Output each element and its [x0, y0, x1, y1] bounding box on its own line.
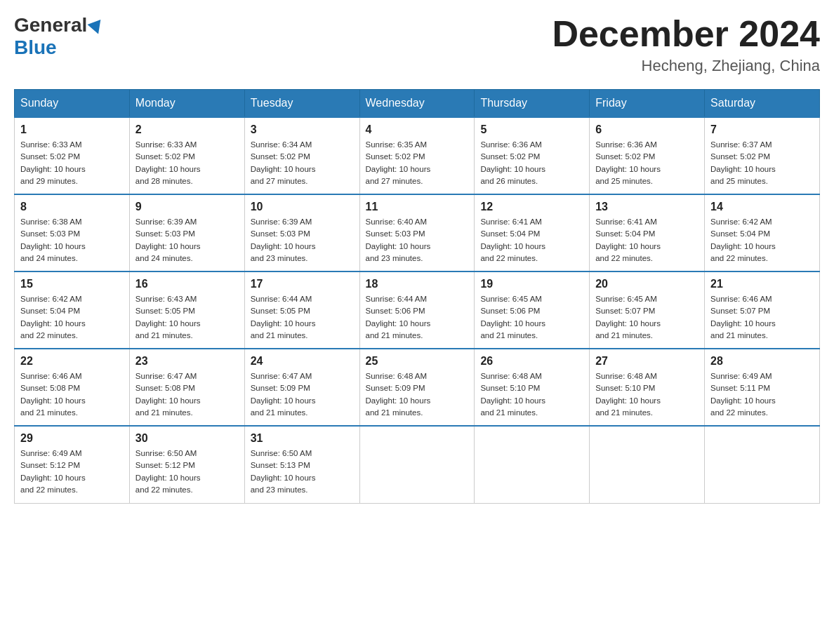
day-info: Sunrise: 6:37 AM Sunset: 5:02 PM Dayligh… — [710, 139, 814, 187]
day-info: Sunrise: 6:34 AM Sunset: 5:02 PM Dayligh… — [251, 139, 354, 187]
day-number: 4 — [366, 123, 469, 136]
day-number: 2 — [135, 123, 239, 136]
day-cell — [475, 426, 590, 503]
title-section: December 2024 Hecheng, Zhejiang, China — [552, 14, 820, 75]
day-number: 12 — [480, 201, 583, 213]
day-info: Sunrise: 6:42 AM Sunset: 5:04 PM Dayligh… — [710, 216, 814, 264]
day-number: 21 — [710, 278, 814, 290]
day-info: Sunrise: 6:35 AM Sunset: 5:02 PM Dayligh… — [366, 139, 469, 187]
week-row-1: 1 Sunrise: 6:33 AM Sunset: 5:02 PM Dayli… — [15, 117, 820, 194]
day-number: 31 — [251, 432, 354, 445]
day-info: Sunrise: 6:41 AM Sunset: 5:04 PM Dayligh… — [595, 216, 699, 264]
day-cell: 11 Sunrise: 6:40 AM Sunset: 5:03 PM Dayl… — [359, 194, 475, 271]
day-cell: 2 Sunrise: 6:33 AM Sunset: 5:02 PM Dayli… — [129, 117, 244, 194]
day-number: 11 — [366, 201, 469, 213]
month-year-title: December 2024 — [552, 14, 820, 54]
day-number: 23 — [135, 355, 239, 368]
week-row-4: 22 Sunrise: 6:46 AM Sunset: 5:08 PM Dayl… — [15, 349, 820, 426]
day-info: Sunrise: 6:49 AM Sunset: 5:11 PM Dayligh… — [710, 370, 814, 419]
day-info: Sunrise: 6:38 AM Sunset: 5:03 PM Dayligh… — [20, 216, 124, 264]
day-cell: 21 Sunrise: 6:46 AM Sunset: 5:07 PM Dayl… — [705, 271, 820, 349]
day-info: Sunrise: 6:46 AM Sunset: 5:07 PM Dayligh… — [710, 293, 814, 342]
day-info: Sunrise: 6:49 AM Sunset: 5:12 PM Dayligh… — [20, 448, 124, 496]
day-info: Sunrise: 6:48 AM Sunset: 5:10 PM Dayligh… — [595, 370, 699, 419]
day-cell: 30 Sunrise: 6:50 AM Sunset: 5:12 PM Dayl… — [129, 426, 244, 503]
day-cell: 3 Sunrise: 6:34 AM Sunset: 5:02 PM Dayli… — [244, 117, 359, 194]
day-cell: 27 Sunrise: 6:48 AM Sunset: 5:10 PM Dayl… — [590, 349, 705, 426]
day-cell: 19 Sunrise: 6:45 AM Sunset: 5:06 PM Dayl… — [475, 271, 590, 349]
day-number: 9 — [135, 201, 239, 213]
day-number: 19 — [480, 278, 583, 290]
day-number: 29 — [20, 432, 124, 445]
header-friday: Friday — [590, 90, 705, 118]
day-info: Sunrise: 6:44 AM Sunset: 5:05 PM Dayligh… — [251, 293, 354, 342]
day-cell: 9 Sunrise: 6:39 AM Sunset: 5:03 PM Dayli… — [129, 194, 244, 271]
day-info: Sunrise: 6:42 AM Sunset: 5:04 PM Dayligh… — [20, 293, 124, 342]
header-saturday: Saturday — [705, 90, 820, 118]
week-row-3: 15 Sunrise: 6:42 AM Sunset: 5:04 PM Dayl… — [15, 271, 820, 349]
day-cell: 14 Sunrise: 6:42 AM Sunset: 5:04 PM Dayl… — [705, 194, 820, 271]
day-number: 28 — [710, 355, 814, 368]
day-cell: 12 Sunrise: 6:41 AM Sunset: 5:04 PM Dayl… — [475, 194, 590, 271]
day-info: Sunrise: 6:47 AM Sunset: 5:09 PM Dayligh… — [251, 370, 354, 419]
day-cell: 29 Sunrise: 6:49 AM Sunset: 5:12 PM Dayl… — [15, 426, 130, 503]
day-number: 16 — [135, 278, 239, 290]
day-info: Sunrise: 6:45 AM Sunset: 5:07 PM Dayligh… — [595, 293, 699, 342]
day-cell: 20 Sunrise: 6:45 AM Sunset: 5:07 PM Dayl… — [590, 271, 705, 349]
day-number: 22 — [20, 355, 124, 368]
day-cell — [359, 426, 475, 503]
day-info: Sunrise: 6:33 AM Sunset: 5:02 PM Dayligh… — [20, 139, 124, 187]
header-row: SundayMondayTuesdayWednesdayThursdayFrid… — [15, 90, 820, 118]
day-number: 26 — [480, 355, 583, 368]
logo-blue-text: Blue — [14, 36, 57, 59]
logo-blue-part — [87, 19, 105, 32]
day-number: 30 — [135, 432, 239, 445]
day-cell: 23 Sunrise: 6:47 AM Sunset: 5:08 PM Dayl… — [129, 349, 244, 426]
day-number: 24 — [251, 355, 354, 368]
day-number: 27 — [595, 355, 699, 368]
day-cell: 28 Sunrise: 6:49 AM Sunset: 5:11 PM Dayl… — [705, 349, 820, 426]
header-monday: Monday — [129, 90, 244, 118]
day-cell: 15 Sunrise: 6:42 AM Sunset: 5:04 PM Dayl… — [15, 271, 130, 349]
day-cell: 16 Sunrise: 6:43 AM Sunset: 5:05 PM Dayl… — [129, 271, 244, 349]
week-row-2: 8 Sunrise: 6:38 AM Sunset: 5:03 PM Dayli… — [15, 194, 820, 271]
header-wednesday: Wednesday — [359, 90, 475, 118]
location-subtitle: Hecheng, Zhejiang, China — [552, 57, 820, 75]
day-cell: 6 Sunrise: 6:36 AM Sunset: 5:02 PM Dayli… — [590, 117, 705, 194]
calendar-table: SundayMondayTuesdayWednesdayThursdayFrid… — [14, 89, 820, 504]
day-cell — [590, 426, 705, 503]
day-cell: 31 Sunrise: 6:50 AM Sunset: 5:13 PM Dayl… — [244, 426, 359, 503]
day-number: 17 — [251, 278, 354, 290]
page-header: General Blue December 2024 Hecheng, Zhej… — [14, 14, 820, 75]
day-number: 14 — [710, 201, 814, 213]
day-cell: 18 Sunrise: 6:44 AM Sunset: 5:06 PM Dayl… — [359, 271, 475, 349]
day-cell: 4 Sunrise: 6:35 AM Sunset: 5:02 PM Dayli… — [359, 117, 475, 194]
day-cell: 8 Sunrise: 6:38 AM Sunset: 5:03 PM Dayli… — [15, 194, 130, 271]
day-cell: 13 Sunrise: 6:41 AM Sunset: 5:04 PM Dayl… — [590, 194, 705, 271]
day-number: 6 — [595, 123, 699, 136]
day-number: 18 — [366, 278, 469, 290]
day-cell: 1 Sunrise: 6:33 AM Sunset: 5:02 PM Dayli… — [15, 117, 130, 194]
day-cell: 7 Sunrise: 6:37 AM Sunset: 5:02 PM Dayli… — [705, 117, 820, 194]
day-info: Sunrise: 6:44 AM Sunset: 5:06 PM Dayligh… — [366, 293, 469, 342]
day-number: 7 — [710, 123, 814, 136]
day-number: 5 — [480, 123, 583, 136]
day-info: Sunrise: 6:36 AM Sunset: 5:02 PM Dayligh… — [595, 139, 699, 187]
day-cell: 26 Sunrise: 6:48 AM Sunset: 5:10 PM Dayl… — [475, 349, 590, 426]
logo-general-text: General — [14, 14, 87, 36]
day-cell: 25 Sunrise: 6:48 AM Sunset: 5:09 PM Dayl… — [359, 349, 475, 426]
day-number: 15 — [20, 278, 124, 290]
day-number: 8 — [20, 201, 124, 213]
day-info: Sunrise: 6:50 AM Sunset: 5:13 PM Dayligh… — [251, 448, 354, 496]
day-cell: 10 Sunrise: 6:39 AM Sunset: 5:03 PM Dayl… — [244, 194, 359, 271]
logo-triangle-icon — [88, 20, 105, 36]
day-cell: 17 Sunrise: 6:44 AM Sunset: 5:05 PM Dayl… — [244, 271, 359, 349]
day-info: Sunrise: 6:33 AM Sunset: 5:02 PM Dayligh… — [135, 139, 239, 187]
day-info: Sunrise: 6:39 AM Sunset: 5:03 PM Dayligh… — [251, 216, 354, 264]
header-sunday: Sunday — [15, 90, 130, 118]
day-info: Sunrise: 6:36 AM Sunset: 5:02 PM Dayligh… — [480, 139, 583, 187]
day-number: 3 — [251, 123, 354, 136]
header-tuesday: Tuesday — [244, 90, 359, 118]
day-number: 13 — [595, 201, 699, 213]
header-thursday: Thursday — [475, 90, 590, 118]
